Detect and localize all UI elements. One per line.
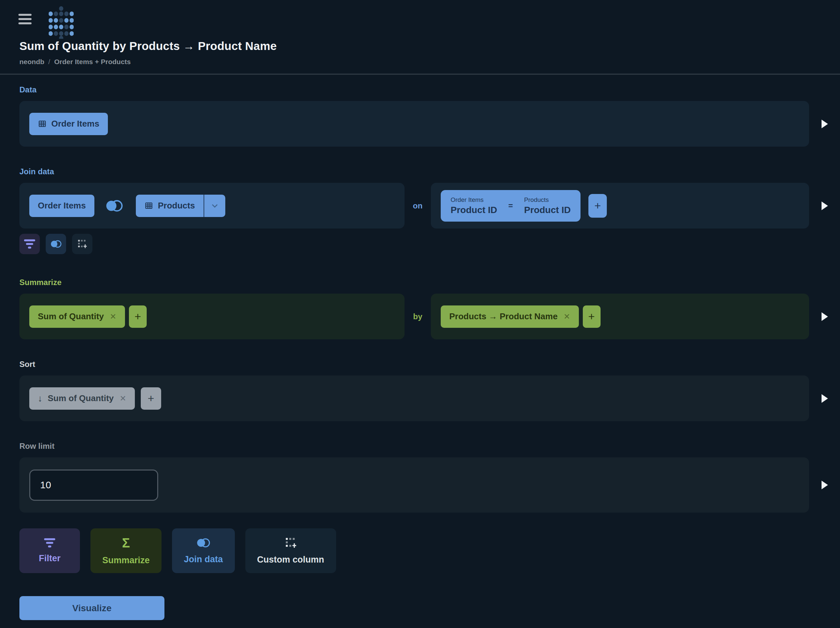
breakout-pill[interactable]: Products → Product Name ✕	[441, 305, 579, 328]
chevron-down-icon	[210, 201, 220, 211]
play-icon	[820, 480, 829, 490]
table-icon	[144, 201, 153, 210]
aggregation-label: Sum of Quantity	[38, 311, 104, 322]
remove-aggregation-icon[interactable]: ✕	[109, 313, 117, 320]
join-right-table-dropdown[interactable]	[204, 195, 225, 217]
filter-icon	[24, 239, 35, 249]
filter-action-button[interactable]: Filter	[19, 529, 80, 573]
summarize-section-label: Summarize	[19, 278, 840, 287]
remove-breakout-icon[interactable]: ✕	[562, 313, 570, 320]
play-icon	[820, 393, 829, 404]
play-icon	[820, 119, 829, 129]
title-block: Sum of Quantity by Products → Product Na…	[0, 39, 840, 66]
data-table-label: Order Items	[51, 119, 99, 129]
add-aggregation-button[interactable]: +	[129, 305, 147, 328]
join-left-venn-icon	[105, 199, 123, 213]
top-bar	[0, 0, 840, 30]
row-limit-section-label: Row limit	[19, 442, 840, 451]
metabase-logo[interactable]	[49, 6, 74, 40]
custom-column-icon	[285, 537, 297, 549]
join-condition-left: Order Items Product ID	[451, 196, 497, 215]
add-sort-button[interactable]: +	[141, 387, 161, 410]
run-data-step-button[interactable]	[820, 119, 829, 129]
row-limit-panel	[19, 458, 809, 513]
join-condition-right-column: Product ID	[524, 205, 571, 215]
join-condition-button[interactable]: Order Items Product ID = Products Produc…	[441, 190, 581, 222]
custom-column-action-label: Custom column	[257, 555, 324, 565]
aggregation-pill[interactable]: Sum of Quantity ✕	[29, 305, 125, 328]
join-left-table-label: Order Items	[38, 200, 86, 211]
breadcrumb-separator: /	[48, 58, 51, 66]
join-section-label: Join data	[19, 167, 840, 176]
breadcrumb-tables[interactable]: Order Items + Products	[54, 58, 131, 66]
add-join-step-button[interactable]	[46, 234, 66, 254]
join-right-table-split-button: Products	[136, 195, 225, 217]
aggregation-panel: Sum of Quantity ✕ +	[19, 293, 404, 339]
row-limit-section: Row limit	[0, 442, 840, 513]
join-data-action-button[interactable]: Join data	[172, 529, 235, 573]
sort-section: Sort ↓ Sum of Quantity ✕ +	[0, 360, 840, 421]
sort-panel: ↓ Sum of Quantity ✕ +	[19, 376, 809, 421]
sort-descending-icon[interactable]: ↓	[38, 393, 43, 404]
summarize-by-label: by	[404, 312, 431, 321]
join-data-action-label: Join data	[184, 554, 223, 565]
join-on-label: on	[404, 201, 431, 210]
join-right-table-button[interactable]: Products	[136, 195, 204, 217]
join-condition-operator: =	[508, 201, 513, 210]
row-limit-input[interactable]	[29, 470, 158, 501]
summarize-action-button[interactable]: Σ Summarize	[90, 529, 161, 573]
sigma-icon: Σ	[122, 536, 130, 549]
join-right-table-label: Products	[158, 200, 195, 211]
breakout-panel: Products → Product Name ✕ +	[431, 293, 809, 339]
filter-action-label: Filter	[39, 553, 60, 563]
join-condition-right-table: Products	[524, 196, 549, 204]
metabase-logo-icon	[49, 6, 74, 39]
breakout-label: Products → Product Name	[449, 311, 557, 322]
notebook-editor: Data Order Items Join data	[0, 85, 840, 620]
run-sort-step-button[interactable]	[820, 393, 829, 404]
add-custom-column-step-button[interactable]	[72, 234, 92, 254]
data-panel: Order Items	[19, 101, 809, 147]
table-icon	[38, 119, 47, 128]
filter-icon	[44, 538, 55, 548]
run-join-step-button[interactable]	[820, 200, 829, 211]
join-step-mini-actions	[19, 234, 840, 254]
custom-column-action-button[interactable]: Custom column	[245, 529, 336, 573]
page-title: Sum of Quantity by Products → Product Na…	[19, 39, 840, 53]
step-action-bar: Filter Σ Summarize Join data	[19, 529, 840, 573]
summarize-section: Summarize Sum of Quantity ✕ + by Product…	[0, 278, 840, 339]
breadcrumb: neondb / Order Items + Products	[19, 58, 840, 66]
join-section: Join data Order Items	[0, 167, 840, 254]
add-filter-step-button[interactable]	[19, 234, 40, 254]
sort-pill[interactable]: ↓ Sum of Quantity ✕	[29, 387, 135, 410]
data-section: Data Order Items	[0, 85, 840, 147]
play-icon	[820, 311, 829, 322]
join-venn-icon	[50, 239, 62, 249]
data-section-label: Data	[19, 85, 840, 95]
join-tables-panel: Order Items Products	[19, 183, 404, 229]
summarize-action-label: Summarize	[102, 555, 150, 565]
run-summarize-step-button[interactable]	[820, 311, 829, 322]
custom-column-icon	[77, 239, 87, 249]
run-row-limit-step-button[interactable]	[820, 480, 829, 490]
add-join-condition-button[interactable]: +	[588, 194, 607, 218]
join-condition-left-table: Order Items	[451, 196, 483, 204]
join-strategy-button[interactable]	[105, 199, 123, 213]
remove-sort-icon[interactable]: ✕	[118, 394, 126, 402]
data-table-button[interactable]: Order Items	[29, 113, 108, 135]
join-venn-icon	[196, 537, 210, 548]
join-condition-left-column: Product ID	[451, 205, 497, 215]
breadcrumb-database[interactable]: neondb	[19, 58, 44, 66]
join-condition-panel: Order Items Product ID = Products Produc…	[431, 183, 809, 229]
add-breakout-button[interactable]: +	[583, 305, 600, 328]
play-icon	[820, 200, 829, 211]
sort-section-label: Sort	[19, 360, 840, 369]
join-left-table-button[interactable]: Order Items	[29, 195, 95, 217]
sort-item-label: Sum of Quantity	[48, 393, 114, 404]
visualize-button[interactable]: Visualize	[19, 596, 164, 620]
join-condition-right: Products Product ID	[524, 196, 571, 215]
menu-icon[interactable]	[19, 9, 32, 24]
header-divider	[0, 74, 840, 75]
